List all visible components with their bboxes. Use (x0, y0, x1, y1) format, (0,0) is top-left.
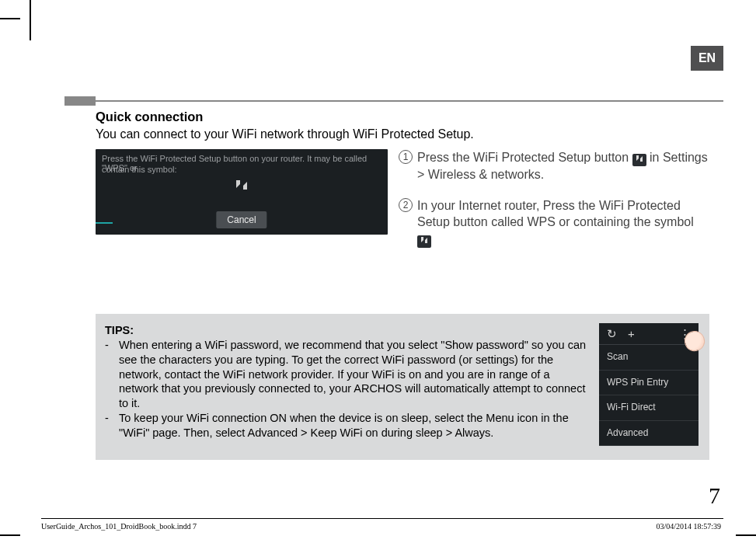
wps-icon (632, 154, 646, 166)
step-1: 1 Press the WiFi Protected Setup button … (399, 149, 709, 183)
menu-item-wifi-direct[interactable]: Wi-Fi Direct (599, 395, 699, 421)
crop-mark (0, 18, 20, 19)
crop-mark (30, 0, 31, 40)
wps-icon (233, 177, 250, 194)
wps-icon (417, 235, 431, 248)
steps-list: 1 Press the WiFi Protected Setup button … (399, 149, 709, 262)
tip-2-text: To keep your WiFi connection ON when the… (119, 411, 591, 440)
tips-box: TIPS: - When entering a WiFi password, w… (96, 314, 709, 460)
tip-1: - When entering a WiFi password, we reco… (105, 338, 591, 411)
intro-text: You can connect to your WiFi network thr… (96, 127, 709, 141)
wps-dialog-screenshot: Press the WiFi Protected Setup button on… (96, 149, 388, 235)
progress-indicator (96, 222, 113, 224)
tip-2: - To keep your WiFi connection ON when t… (105, 411, 591, 440)
dialog-text: contain this symbol: (102, 165, 177, 174)
menu-item-scan[interactable]: Scan (599, 345, 699, 371)
crop-mark (0, 534, 20, 536)
language-tab: EN (691, 46, 723, 71)
tips-label: TIPS: (105, 323, 591, 338)
page-area: EN Quick connection You can connect to y… (41, 46, 723, 519)
wps-row: Press the WiFi Protected Setup button on… (96, 149, 709, 262)
footer-timestamp: 03/04/2014 18:57:39 (656, 522, 721, 531)
step-2-text: In your Internet router, Press the WiFi … (417, 197, 709, 248)
step-number-2: 2 (399, 198, 413, 212)
menu-item-wps-pin[interactable]: WPS Pin Entry (599, 371, 699, 396)
menu-item-advanced[interactable]: Advanced (599, 421, 699, 447)
section-rule (64, 100, 723, 102)
cancel-button[interactable]: Cancel (216, 211, 267, 228)
bullet-dash: - (105, 338, 111, 411)
step-2: 2 In your Internet router, Press the WiF… (399, 197, 709, 248)
step-1-text: Press the WiFi Protected Setup button in… (417, 149, 709, 183)
step-2a: In your Internet router, Press the WiFi … (417, 199, 694, 229)
bullet-dash: - (105, 411, 111, 440)
add-icon[interactable]: + (628, 326, 635, 342)
refresh-icon[interactable]: ↻ (607, 326, 617, 342)
footer-file: UserGuide_Archos_101_DroidBook_book.indd… (41, 522, 197, 531)
page-number: 7 (709, 482, 720, 509)
wifi-menu-screenshot: ↻ + ⋮ Scan WPS Pin Entry Wi-Fi Direct Ad… (599, 323, 699, 446)
step-number-1: 1 (399, 150, 413, 164)
step-1a: Press the WiFi Protected Setup button (417, 151, 632, 164)
tip-1-text: When entering a WiFi password, we recomm… (119, 338, 591, 411)
section-heading: Quick connection (96, 110, 709, 124)
print-footer: UserGuide_Archos_101_DroidBook_book.indd… (41, 522, 721, 531)
tips-text: TIPS: - When entering a WiFi password, w… (105, 323, 591, 446)
main-content: Quick connection You can connect to your… (96, 110, 709, 262)
crop-mark (736, 534, 756, 536)
